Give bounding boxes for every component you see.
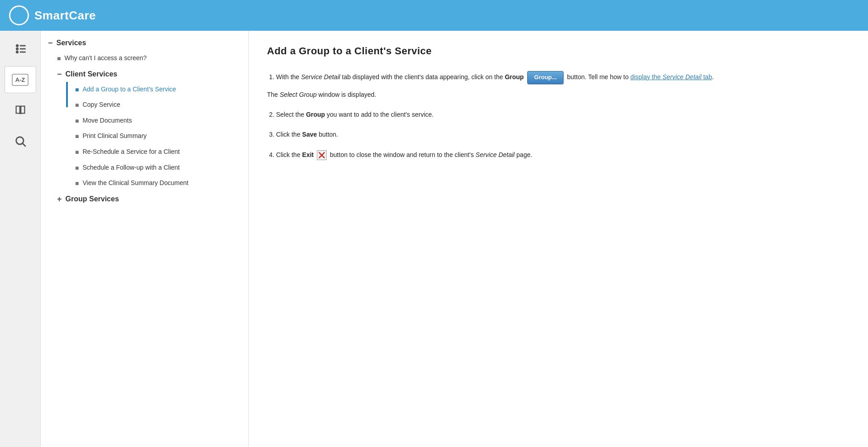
doc-icon: ■ (75, 101, 79, 110)
why-cant-label: Why can't I access a screen? (64, 54, 147, 63)
services-label: Services (57, 39, 86, 47)
svg-line-7 (23, 143, 25, 146)
app-title: SmartCare (34, 9, 96, 23)
step-3: Click the Save button. (276, 129, 850, 139)
logo: SmartCare (9, 5, 96, 25)
group-button[interactable]: Group... (527, 71, 563, 84)
exit-icon-inner (317, 150, 327, 160)
steps-list: With the Service Detail tab displayed wi… (267, 71, 850, 160)
doc-icon: ■ (75, 117, 79, 126)
group-services-section: + Group Services (41, 191, 248, 207)
sidebar-section-services[interactable]: − Services (41, 35, 248, 51)
search-icon-button[interactable] (5, 128, 36, 155)
sidebar-section-client-services[interactable]: − Client Services (50, 67, 248, 82)
client-services-collapse-icon: − (57, 70, 62, 78)
reschedule-label: Re-Schedule a Service for a Client (82, 147, 180, 157)
az-label: A-Z (12, 74, 29, 86)
copy-service-label: Copy Service (82, 100, 120, 109)
main-layout: A-Z − Services ■ Why can't I access a sc… (0, 31, 868, 447)
client-services-items: ■ Add a Group to a Client's Service ■ Co… (50, 82, 248, 191)
book-icon-button[interactable] (5, 97, 36, 124)
sidebar-item-add-group[interactable]: ■ Add a Group to a Client's Service (50, 82, 248, 98)
active-indicator (66, 82, 68, 107)
step3-bold1: Save (302, 131, 317, 138)
header: SmartCare (0, 0, 868, 31)
svg-point-6 (16, 137, 23, 144)
sidebar-item-reschedule[interactable]: ■ Re-Schedule a Service for a Client (50, 144, 248, 160)
sidebar-item-schedule-followup[interactable]: ■ Schedule a Follow-up with a Client (50, 160, 248, 176)
step1-italic1: Service Detail (301, 73, 340, 81)
step2-bold1: Group (306, 111, 325, 118)
svg-point-1 (16, 48, 18, 50)
sidebar-item-print-clinical[interactable]: ■ Print Clinical Summary (50, 128, 248, 144)
sidebar-item-copy-service[interactable]: ■ Copy Service (50, 97, 248, 113)
sidebar-item-view-clinical[interactable]: ■ View the Clinical Summary Document (50, 176, 248, 191)
sidebar-section-group-services[interactable]: + Group Services (50, 191, 248, 207)
sidebar-item-move-documents[interactable]: ■ Move Documents (50, 113, 248, 129)
az-button[interactable]: A-Z (5, 66, 36, 93)
service-detail-link[interactable]: display the Service Detail tab (630, 73, 712, 81)
step-1: With the Service Detail tab displayed wi… (276, 71, 850, 100)
step-2: Select the Group you want to add to the … (276, 109, 850, 119)
view-clinical-label: View the Clinical Summary Document (82, 179, 188, 188)
print-clinical-label: Print Clinical Summary (82, 132, 147, 141)
page-title: Add a Group to a Client's Service (267, 44, 850, 58)
sidebar: − Services ■ Why can't I access a screen… (41, 31, 249, 447)
doc-icon: ■ (75, 164, 79, 173)
sidebar-item-why-cant-access[interactable]: ■ Why can't I access a screen? (41, 51, 248, 67)
step4-italic: Service Detail (476, 151, 515, 158)
icon-bar: A-Z (0, 31, 41, 447)
logo-circle (9, 5, 29, 25)
move-docs-label: Move Documents (82, 116, 132, 125)
content-area: Add a Group to a Client's Service With t… (249, 31, 868, 447)
client-services-section: − Client Services ■ Add a Group to a Cli… (41, 67, 248, 191)
step4-bold1: Exit (302, 151, 314, 158)
add-group-label: Add a Group to a Client's Service (82, 85, 176, 94)
svg-point-0 (16, 45, 18, 47)
svg-point-2 (16, 51, 18, 53)
step1-subtext: The Select Group window is displayed. (267, 90, 850, 100)
services-collapse-icon: − (48, 39, 53, 47)
exit-icon (317, 150, 327, 160)
schedule-followup-label: Schedule a Follow-up with a Client (82, 163, 180, 172)
client-services-label: Client Services (66, 70, 118, 78)
doc-icon: ■ (75, 179, 79, 188)
step-4: Click the Exit button to close the windo… (276, 150, 850, 160)
doc-icon-active: ■ (75, 86, 79, 95)
menu-icon-button[interactable] (5, 35, 36, 62)
doc-icon: ■ (75, 132, 79, 141)
active-item-container: ■ Add a Group to a Client's Service (50, 82, 248, 98)
doc-icon: ■ (75, 148, 79, 157)
doc-icon: ■ (57, 54, 61, 63)
group-services-collapse-icon: + (57, 195, 62, 203)
group-services-label: Group Services (66, 195, 119, 203)
step1-bold1: Group (505, 73, 524, 81)
